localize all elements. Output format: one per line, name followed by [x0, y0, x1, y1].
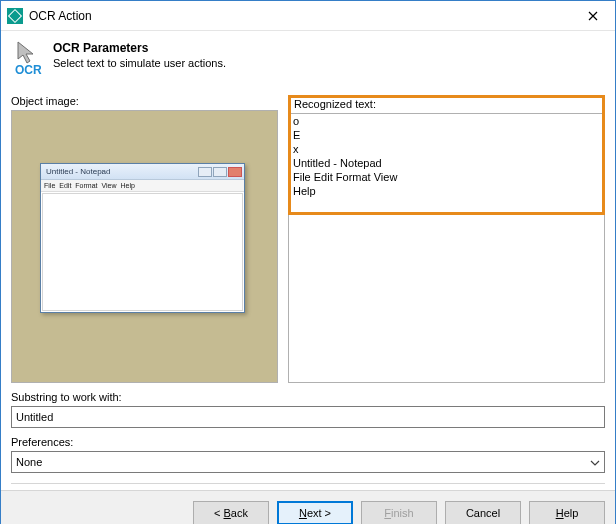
- notepad-titlebar: Untitled - Notepad: [41, 164, 244, 180]
- preferences-value: None: [16, 456, 590, 468]
- object-image-column: Object image: Untitled - Notepad File Ed…: [11, 95, 278, 383]
- substring-label: Substring to work with:: [11, 391, 605, 403]
- window-title: OCR Action: [29, 9, 570, 23]
- preferences-label: Preferences:: [11, 436, 605, 448]
- divider: [11, 483, 605, 484]
- recognized-text-box[interactable]: o E x Untitled - Notepad File Edit Forma…: [288, 113, 605, 383]
- finish-button: Finish: [361, 501, 437, 524]
- preferences-select[interactable]: None: [11, 451, 605, 473]
- next-button-label: Next >: [299, 507, 331, 519]
- menu-format: Format: [75, 182, 97, 189]
- menu-edit: Edit: [59, 182, 71, 189]
- ocr-action-dialog: OCR Action OCR OCR Parameters Select tex…: [0, 0, 616, 524]
- chevron-down-icon: [590, 457, 600, 468]
- titlebar: OCR Action: [1, 1, 615, 31]
- close-icon: [228, 167, 242, 177]
- back-button[interactable]: < Back: [193, 501, 269, 524]
- close-button[interactable]: [570, 1, 615, 30]
- menu-help: Help: [121, 182, 135, 189]
- notepad-menu: File Edit Format View Help: [41, 180, 244, 192]
- recognized-text-label: Recognized text:: [294, 98, 376, 110]
- back-button-label: < Back: [214, 507, 248, 519]
- button-bar: < Back Next > Finish Cancel Help: [1, 490, 615, 524]
- upper-panels: Object image: Untitled - Notepad File Ed…: [11, 95, 605, 383]
- menu-view: View: [102, 182, 117, 189]
- recognized-text-column: Recognized text: o E x Untitled - Notepa…: [288, 95, 605, 383]
- notepad-thumbnail: Untitled - Notepad File Edit Format View…: [40, 163, 245, 313]
- object-image-label: Object image:: [11, 95, 278, 107]
- header-title: OCR Parameters: [53, 41, 226, 55]
- ocr-cursor-icon: OCR: [15, 41, 47, 75]
- object-image-preview[interactable]: Untitled - Notepad File Edit Format View…: [11, 110, 278, 383]
- help-button[interactable]: Help: [529, 501, 605, 524]
- notepad-title: Untitled - Notepad: [43, 167, 197, 176]
- min-icon: [198, 167, 212, 177]
- wizard-header: OCR OCR Parameters Select text to simula…: [1, 31, 615, 87]
- menu-file: File: [44, 182, 55, 189]
- svg-text:OCR: OCR: [15, 63, 42, 75]
- recognized-text-content: o E x Untitled - Notepad File Edit Forma…: [289, 114, 604, 198]
- content-area: Object image: Untitled - Notepad File Ed…: [1, 87, 615, 490]
- substring-row: Substring to work with:: [11, 391, 605, 428]
- cancel-button-label: Cancel: [466, 507, 500, 519]
- next-button[interactable]: Next >: [277, 501, 353, 524]
- help-button-label: Help: [556, 507, 579, 519]
- cancel-button[interactable]: Cancel: [445, 501, 521, 524]
- finish-button-label: Finish: [384, 507, 413, 519]
- header-text: OCR Parameters Select text to simulate u…: [53, 41, 226, 69]
- max-icon: [213, 167, 227, 177]
- notepad-body: [42, 193, 243, 311]
- close-icon: [588, 11, 598, 21]
- app-icon: [7, 8, 23, 24]
- substring-input[interactable]: [11, 406, 605, 428]
- preferences-row: Preferences: None: [11, 436, 605, 473]
- header-subtitle: Select text to simulate user actions.: [53, 57, 226, 69]
